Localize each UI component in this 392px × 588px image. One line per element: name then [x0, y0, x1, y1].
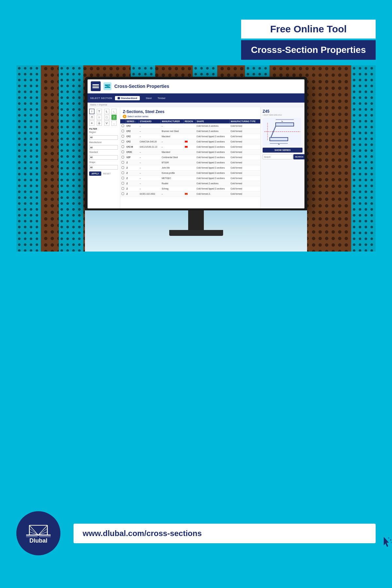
row-series[interactable]: Z	[125, 171, 139, 176]
row-mfg-type: Cold formed	[230, 171, 260, 176]
search-button[interactable]: SEARCH	[293, 154, 304, 159]
std-check	[118, 97, 120, 99]
row-manufacturer: BTSSR	[161, 160, 184, 165]
row-manufacturer: Macsteel	[161, 134, 184, 139]
row-manufacturer: –	[161, 144, 184, 150]
row-mfg-type: Cold formed	[230, 129, 260, 134]
table-row: CFZ – Macsteel Cold formed lipped Z-sect…	[120, 134, 260, 139]
standardized-label: Standardized	[121, 97, 137, 100]
select-series-hint: A Select section series	[123, 115, 258, 118]
row-series[interactable]: CFZ	[125, 123, 139, 129]
app-topbar: Cross-Section Properties	[88, 79, 304, 93]
table-header-row: SERIES ↓ STANDARD MANUFACTURER REGION SH…	[120, 119, 260, 123]
row-checkbox[interactable]	[120, 160, 125, 165]
row-standard: GCES 102 2002	[139, 191, 160, 197]
filter-manufacturer-select[interactable]: All	[89, 145, 118, 150]
section-type-v[interactable]: V	[104, 121, 109, 126]
breadcrumb: Matrix > Imperial	[88, 103, 304, 107]
row-standard: –	[139, 129, 160, 134]
apply-button[interactable]: APPLY	[89, 172, 101, 176]
row-checkbox[interactable]	[120, 191, 125, 197]
row-series[interactable]: Z	[125, 186, 139, 191]
row-series[interactable]: CFZ	[125, 139, 139, 144]
col-standard[interactable]: STANDARD	[139, 119, 160, 123]
col-region[interactable]: REGION	[184, 119, 196, 123]
col-shape[interactable]: SHAPE	[196, 119, 230, 123]
row-series[interactable]: CFZC	[125, 150, 139, 155]
dlubal-logo-circle: Dlubal	[16, 511, 60, 555]
col-manufacturer[interactable]: MANUFACTURER	[161, 119, 184, 123]
row-shape: Cold formed lipped Z-sections	[196, 139, 230, 144]
section-type-rect[interactable]: □	[104, 115, 109, 120]
row-series[interactable]: CFZ M	[125, 144, 139, 150]
row-mfg-type: Cold formed	[230, 155, 260, 160]
table-header-area: Z-Sections, Steel Zees A Select section …	[120, 107, 260, 119]
row-checkbox[interactable]	[120, 134, 125, 139]
table-row: VZP – Continental Steel Cold formed lipp…	[120, 155, 260, 160]
csp-badge: Crosss-Section Properties	[241, 40, 376, 60]
row-series[interactable]: Z	[125, 181, 139, 186]
row-series[interactable]: VZP	[125, 155, 139, 160]
app-body: I T L ∟ ⊓ ○ □ Z ≡ ╪	[88, 107, 304, 208]
standardized-btn[interactable]: Standardized	[115, 96, 140, 100]
section-type-w[interactable]: ≡	[89, 121, 94, 126]
section-type-more[interactable]: ...	[111, 121, 117, 126]
section-type-angle[interactable]: ∟	[111, 109, 117, 114]
row-standard: –	[139, 165, 160, 171]
row-checkbox[interactable]	[120, 139, 125, 144]
search-input[interactable]	[263, 154, 293, 159]
filter-shape-select[interactable]: All	[89, 165, 118, 170]
row-series[interactable]: Z	[125, 160, 139, 165]
row-manufacturer: Brunner met Steel	[161, 129, 184, 134]
table-row: CFZ CAN/CSA-G40.20 – 🍁 Cold formed lippe…	[120, 139, 260, 144]
show-series-btn[interactable]: SHOW SERIES	[263, 148, 302, 153]
section-type-l[interactable]: L	[104, 109, 109, 114]
row-checkbox[interactable]	[120, 144, 125, 150]
app-name: Cross-Section Properties	[114, 84, 169, 89]
row-checkbox[interactable]	[120, 129, 125, 134]
row-checkbox[interactable]	[120, 176, 125, 181]
row-series[interactable]: CFZ	[125, 129, 139, 134]
row-series[interactable]: Z	[125, 191, 139, 197]
row-region	[184, 160, 196, 165]
col-series[interactable]: SERIES ↓	[125, 119, 139, 123]
row-manufacturer: Macsteel	[161, 150, 184, 155]
row-manufacturer: –	[161, 123, 184, 129]
row-shape: Cold formed Z-sections	[196, 129, 230, 134]
row-checkbox[interactable]	[120, 165, 125, 171]
filter-standard-select[interactable]: All	[89, 155, 118, 160]
svg-point-27	[388, 537, 389, 539]
nav-timber[interactable]: Timber	[155, 97, 168, 100]
section-type-4[interactable]: ⊓	[89, 115, 94, 120]
filter-region-select[interactable]: All	[89, 135, 118, 140]
section-type-x[interactable]: ╪	[97, 121, 102, 126]
url-box[interactable]: www.dlubal.com/cross-sections	[74, 524, 376, 543]
nav-steel[interactable]: Steel	[143, 97, 154, 100]
row-checkbox[interactable]	[120, 171, 125, 176]
url-text: www.dlubal.com/cross-sections	[83, 529, 202, 538]
row-checkbox[interactable]	[120, 181, 125, 186]
cursor-area	[379, 535, 392, 550]
teal-stripe-1	[16, 65, 41, 252]
row-region	[184, 171, 196, 176]
svg-marker-30	[384, 537, 389, 547]
section-type-i[interactable]: I	[89, 109, 94, 114]
col-mfg-type[interactable]: MANUFACTURING TYPE	[230, 119, 260, 123]
section-type-o[interactable]: ○	[97, 115, 102, 120]
row-checkbox[interactable]	[120, 186, 125, 191]
row-series[interactable]: Z	[125, 176, 139, 181]
metal-background: Cross-Section Properties SELECT SECTION …	[16, 65, 376, 252]
row-checkbox[interactable]	[120, 123, 125, 129]
section-type-t[interactable]: T	[97, 109, 102, 114]
reset-button[interactable]: RESET	[102, 172, 112, 176]
row-checkbox[interactable]	[120, 150, 125, 155]
row-series[interactable]: CFZ	[125, 134, 139, 139]
row-series[interactable]: Z	[125, 165, 139, 171]
row-region	[184, 129, 196, 134]
teal-stripe-6	[351, 65, 376, 252]
section-type-z[interactable]: Z	[111, 115, 117, 120]
row-checkbox[interactable]	[120, 155, 125, 160]
row-standard: –	[139, 186, 160, 191]
row-shape: Cold formed Z-sections	[196, 123, 230, 129]
row-shape: Cold formed lipped Z-sections	[196, 134, 230, 139]
